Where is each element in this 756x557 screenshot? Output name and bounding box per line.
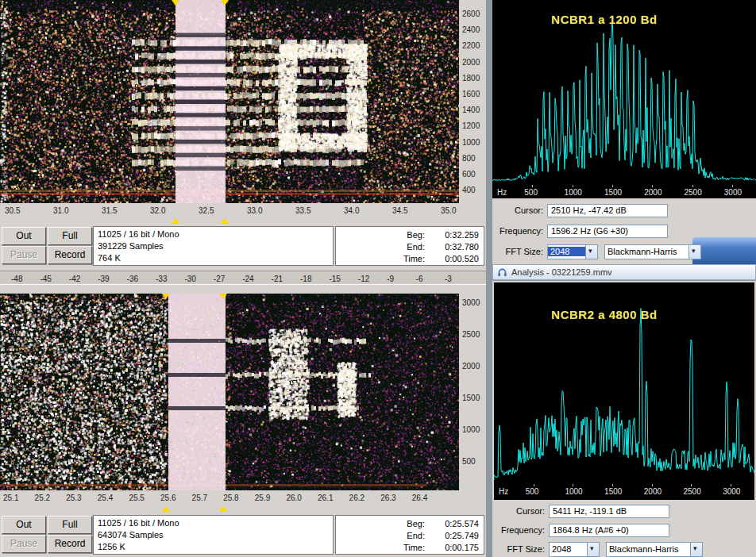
cursor-readout: 2510 Hz, -47.42 dB xyxy=(547,204,668,217)
spectrum-plot-2[interactable]: NCBR2 a 4800 Bd xyxy=(494,282,754,484)
file-format: 11025 / 16 bit / Mono xyxy=(98,229,329,240)
end-value: 0:32.780 xyxy=(433,242,479,252)
file-size: 764 K xyxy=(98,252,329,264)
chevron-down-icon[interactable] xyxy=(587,543,599,556)
window-function-value: Blackmann-Harris xyxy=(605,247,688,256)
selection-start-marker[interactable] xyxy=(162,506,170,512)
beg-label: Beg: xyxy=(407,230,425,240)
full-button[interactable]: Full xyxy=(48,227,92,245)
spectrum-window-1: NCBR1 a 1200 Bd Hz5001000150020002500300… xyxy=(492,0,756,264)
fft-size-select[interactable]: 2048 xyxy=(547,244,598,259)
selection-times-2: Beg:0:25.574 End:0:25.749 Time:0:00.175 xyxy=(335,515,484,555)
frequency-readout: 1864.8 Hz (A#6 +0) xyxy=(549,524,669,537)
transport-controls-2: Out Full Pause Record 11025 / 16 bit / M… xyxy=(0,514,486,557)
analysis-window-title: Analysis - 03221259.mmv xyxy=(511,267,612,277)
spectrum-axis-1: Hz50010001500200025003000 xyxy=(492,185,756,198)
record-button[interactable]: Record xyxy=(48,246,92,264)
spectrum-axis-2: Hz50010001500200025003000 xyxy=(494,484,754,500)
selection-end-marker[interactable] xyxy=(221,218,229,224)
spectrum-trace-1[interactable] xyxy=(492,0,756,185)
file-info-2: 11025 / 16 bit / Mono 643074 Samples 125… xyxy=(93,515,334,555)
selection-start-marker[interactable] xyxy=(162,294,170,299)
file-info-1: 11025 / 16 bit / Mono 391229 Samples 764… xyxy=(93,226,334,266)
fft-size-select[interactable]: 2048 xyxy=(549,542,600,557)
beg-value: 0:25.574 xyxy=(433,519,479,528)
right-pane: NCBR1 a 1200 Bd Hz5001000150020002500300… xyxy=(486,0,756,557)
frequency-readout: 1596.2 Hz (G6 +30) xyxy=(547,225,668,238)
record-button[interactable]: Record xyxy=(48,535,92,553)
time-label: Time: xyxy=(403,254,425,263)
spectrum-info-2: Cursor: 5411 Hz, -119.1 dB Frequency: 18… xyxy=(494,500,754,557)
end-label: End: xyxy=(407,531,425,540)
fft-size-label: FFT Size: xyxy=(492,247,543,256)
db-scale-slider[interactable]: -48-45-42-39-36-33-30-27-24-21-18-15-12-… xyxy=(0,271,486,285)
selection-end-marker[interactable] xyxy=(219,506,227,512)
time-label: Time: xyxy=(403,543,425,552)
window-function-value: Blackmann-Harris xyxy=(607,544,690,554)
file-size: 1256 K xyxy=(98,541,329,553)
chevron-down-icon[interactable] xyxy=(585,245,597,259)
end-label: End: xyxy=(407,242,425,252)
pause-button[interactable]: Pause xyxy=(2,246,46,264)
analysis-window-titlebar[interactable]: Analysis - 03221259.mmv xyxy=(492,264,756,280)
signal-analyzer-app: 2600240022002000180016001400120010008006… xyxy=(0,0,756,557)
transport-controls-1: Out Full Pause Record 11025 / 16 bit / M… xyxy=(0,225,486,268)
sample-count: 391229 Samples xyxy=(98,240,329,252)
window-function-select[interactable]: Blackmann-Harris xyxy=(604,244,701,259)
spectrum-info-1: Cursor: 2510 Hz, -47.42 dB Frequency: 15… xyxy=(492,198,756,264)
sample-count: 643074 Samples xyxy=(98,529,329,541)
cursor-label: Cursor: xyxy=(494,506,545,516)
spectrogram-2-marker-strip xyxy=(0,505,486,514)
spectrum-plot-1[interactable]: NCBR1 a 1200 Bd xyxy=(492,0,756,185)
pause-button[interactable]: Pause xyxy=(2,535,46,553)
chevron-down-icon[interactable] xyxy=(690,543,702,556)
beg-label: Beg: xyxy=(407,519,425,528)
spectrum-title-2: NCBR2 a 4800 Bd xyxy=(494,308,715,321)
out-button[interactable]: Out xyxy=(2,227,46,245)
headphones-icon xyxy=(497,267,507,277)
fft-size-label: FFT Size: xyxy=(494,544,545,554)
spectrogram-1-marker-strip xyxy=(0,217,486,225)
spectrogram-2-frequency-scale: 30002500200015001000500 xyxy=(459,294,486,490)
chevron-down-icon[interactable] xyxy=(688,245,700,259)
selection-end-marker[interactable] xyxy=(219,294,227,299)
fft-size-value: 2048 xyxy=(550,544,587,554)
time-value: 0:00.175 xyxy=(433,543,479,552)
spectrogram-2-canvas[interactable] xyxy=(0,294,459,490)
out-button[interactable]: Out xyxy=(2,516,46,534)
fft-size-value: 2048 xyxy=(548,247,585,256)
full-button[interactable]: Full xyxy=(48,516,92,534)
selection-times-1: Beg:0:32.259 End:0:32.780 Time:0:00.520 xyxy=(335,226,484,266)
spectrogram-1-time-axis: 30.531.031.532.032.533.033.534.034.535.0 xyxy=(0,203,486,217)
spectrum-window-2: NCBR2 a 4800 Bd Hz5001000150020002500300… xyxy=(492,281,756,557)
spectrogram-1-canvas[interactable] xyxy=(0,0,459,203)
frequency-label: Frequency: xyxy=(494,525,545,535)
cursor-label: Cursor: xyxy=(492,206,543,215)
left-pane: 2600240022002000180016001400120010008006… xyxy=(0,0,486,557)
file-format: 11025 / 16 bit / Mono xyxy=(98,517,329,529)
window-function-select[interactable]: Blackmann-Harris xyxy=(606,542,703,557)
selection-start-marker[interactable] xyxy=(172,0,179,6)
end-value: 0:25.749 xyxy=(433,531,479,540)
frequency-label: Frequency: xyxy=(492,226,543,236)
spectrogram-1-frequency-scale: 2600240022002000180016001400120010008006… xyxy=(459,0,486,203)
time-value: 0:00.520 xyxy=(433,254,479,263)
beg-value: 0:32.259 xyxy=(433,230,479,240)
cursor-readout: 5411 Hz, -119.1 dB xyxy=(549,505,669,518)
selection-start-marker[interactable] xyxy=(172,218,179,224)
selection-end-marker[interactable] xyxy=(221,0,229,6)
spectrum-title-1: NCBR1 a 1200 Bd xyxy=(492,13,716,26)
spectrogram-2-time-axis: 25.125.225.325.425.525.625.725.825.926.0… xyxy=(0,490,486,505)
